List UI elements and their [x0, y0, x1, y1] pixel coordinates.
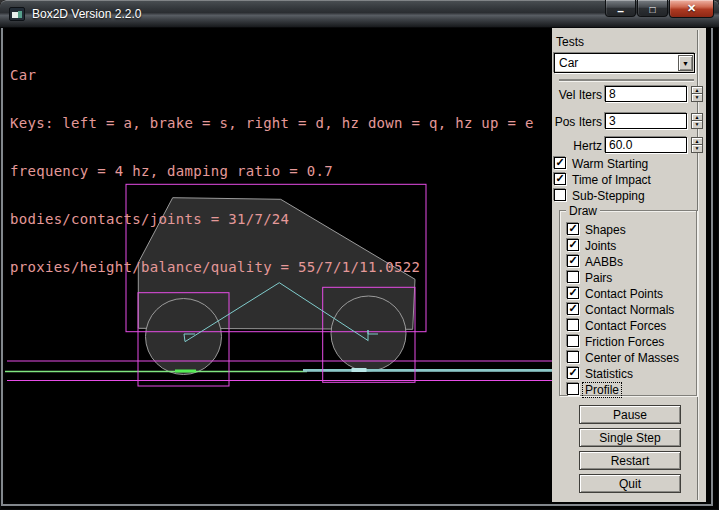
chevron-down-icon: ▼: [682, 60, 689, 67]
profile-label: Profile: [582, 382, 622, 398]
checkbox-box[interactable]: ✓: [567, 239, 579, 251]
box2d-window: Box2D Version 2.2.0 – □ ✕: [0, 0, 719, 510]
stat-line-frequency: frequency = 4 hz, damping ratio = 0.7: [10, 163, 534, 179]
stats-overlay: Car Keys: left = a, brake = s, right = d…: [10, 35, 534, 307]
hertz-input[interactable]: [605, 137, 687, 153]
warm-starting-label: Warm Starting: [572, 157, 648, 171]
vel-iters-up-button[interactable]: ▲: [691, 86, 703, 94]
checkbox-box[interactable]: [567, 383, 579, 395]
check-icon: ✓: [568, 367, 577, 377]
joints-label: Joints: [585, 239, 616, 253]
checkbox-box[interactable]: ✓: [567, 303, 579, 315]
contact-normals-label: Contact Normals: [585, 303, 674, 317]
pairs-label: Pairs: [585, 271, 612, 285]
separator: [559, 79, 694, 81]
checkbox-box[interactable]: ✓: [567, 255, 579, 267]
stat-line-keys: Keys: left = a, brake = s, right = d, hz…: [10, 115, 534, 131]
contact-forces-label: Contact Forces: [585, 319, 666, 333]
contact-point-front: [352, 368, 367, 372]
down-arrow-icon: ▼: [695, 122, 700, 127]
sub-stepping-label: Sub-Stepping: [572, 189, 645, 203]
bridge-line: [303, 369, 552, 372]
check-icon: ✓: [555, 173, 564, 183]
draw-groupbox: Draw ✓ Shapes ✓ Joints ✓ AABBs Pairs ✓ C…: [559, 210, 697, 396]
statistics-label: Statistics: [585, 367, 633, 381]
hertz-spinner: ▲ ▼: [691, 137, 703, 153]
close-icon: ✕: [687, 2, 696, 15]
car-wheel-rear: [146, 299, 222, 375]
checkbox-box[interactable]: ✓: [567, 223, 579, 235]
single-step-button[interactable]: Single Step: [579, 428, 681, 447]
down-arrow-icon: ▼: [695, 146, 700, 151]
check-icon: ✓: [555, 157, 564, 167]
checkbox-box[interactable]: ✓: [554, 157, 566, 169]
window-title: Box2D Version 2.2.0: [32, 7, 141, 21]
pos-iters-row: Pos Iters ▲ ▼: [552, 113, 706, 129]
aabbs-label: AABBs: [585, 255, 623, 269]
pause-button[interactable]: Pause: [579, 405, 681, 424]
maximize-icon: □: [649, 4, 655, 15]
checkbox-box[interactable]: [567, 335, 579, 347]
friction-forces-label: Friction Forces: [585, 335, 664, 349]
pos-iters-input[interactable]: [605, 113, 687, 129]
window-controls: – □ ✕: [604, 0, 714, 18]
checkbox-box[interactable]: ✓: [567, 367, 579, 379]
check-icon: ✓: [568, 255, 577, 265]
check-icon: ✓: [568, 223, 577, 233]
contact-points-label: Contact Points: [585, 287, 663, 301]
app-icon: [9, 7, 25, 21]
stat-line-title: Car: [10, 67, 534, 83]
hertz-label: Hertz: [552, 139, 602, 153]
check-icon: ✓: [568, 287, 577, 297]
vel-iters-spinner: ▲ ▼: [691, 86, 703, 102]
control-panel: Tests Car ▼ Vel Iters ▲ ▼ Pos Iters ▲ ▼: [552, 28, 706, 502]
tests-combobox[interactable]: Car ▼: [554, 53, 695, 73]
quit-button[interactable]: Quit: [579, 474, 681, 493]
up-arrow-icon: ▲: [695, 115, 700, 120]
stat-line-proxies: proxies/height/balance/quality = 55/7/1/…: [10, 259, 534, 275]
simulation-canvas[interactable]: Car Keys: left = a, brake = s, right = d…: [5, 28, 552, 502]
minimize-button[interactable]: –: [605, 0, 636, 17]
center-of-masses-label: Center of Masses: [585, 351, 679, 365]
pos-iters-up-button[interactable]: ▲: [691, 113, 703, 121]
contact-point-rear: [175, 370, 196, 373]
stat-line-bodies: bodies/contacts/joints = 31/7/24: [10, 211, 534, 227]
tests-combobox-value: Car: [559, 56, 578, 70]
minimize-icon: –: [617, 4, 624, 18]
checkbox-box[interactable]: ✓: [567, 287, 579, 299]
up-arrow-icon: ▲: [695, 139, 700, 144]
vel-iters-label: Vel Iters: [552, 88, 602, 102]
check-icon: ✓: [568, 239, 577, 249]
draw-group-label: Draw: [566, 204, 600, 218]
pos-iters-label: Pos Iters: [552, 115, 602, 129]
shapes-label: Shapes: [585, 223, 626, 237]
check-icon: ✓: [568, 303, 577, 313]
down-arrow-icon: ▼: [695, 95, 700, 100]
hertz-down-button[interactable]: ▼: [691, 145, 703, 153]
checkbox-box[interactable]: [567, 351, 579, 363]
up-arrow-icon: ▲: [695, 88, 700, 93]
vel-iters-input[interactable]: [605, 86, 687, 102]
hertz-up-button[interactable]: ▲: [691, 137, 703, 145]
tests-combobox-dropdown-button[interactable]: ▼: [678, 55, 693, 71]
hertz-row: Hertz ▲ ▼: [552, 137, 706, 153]
pos-iters-down-button[interactable]: ▼: [691, 121, 703, 129]
close-button[interactable]: ✕: [669, 0, 714, 18]
time-of-impact-label: Time of Impact: [572, 173, 651, 187]
checkbox-box[interactable]: [567, 271, 579, 283]
checkbox-box[interactable]: ✓: [554, 173, 566, 185]
vel-iters-down-button[interactable]: ▼: [691, 94, 703, 102]
checkbox-box[interactable]: [567, 319, 579, 331]
vel-iters-row: Vel Iters ▲ ▼: [552, 86, 706, 102]
maximize-button[interactable]: □: [637, 0, 668, 17]
tests-label: Tests: [556, 35, 584, 49]
restart-button[interactable]: Restart: [579, 451, 681, 470]
checkbox-box[interactable]: [554, 189, 566, 201]
pos-iters-spinner: ▲ ▼: [691, 113, 703, 129]
